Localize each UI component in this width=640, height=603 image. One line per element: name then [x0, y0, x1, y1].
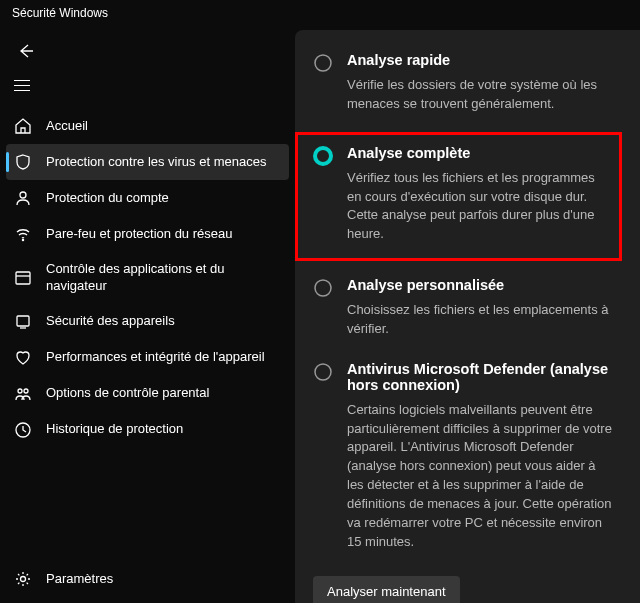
option-title: Analyse personnalisée: [347, 277, 612, 293]
window-title: Sécurité Windows: [0, 0, 640, 30]
svg-point-9: [315, 148, 331, 164]
radio-icon[interactable]: [313, 278, 333, 298]
scan-option-offline[interactable]: Antivirus Microsoft Defender (analyse ho…: [295, 357, 622, 570]
svg-point-1: [22, 239, 23, 240]
scan-option-quick[interactable]: Analyse rapide Vérifie les dossiers de v…: [295, 48, 622, 132]
svg-point-4: [18, 389, 22, 393]
app-body: Accueil Protection contre les virus et m…: [0, 30, 640, 603]
option-desc: Choisissez les fichiers et les emplaceme…: [347, 301, 612, 339]
option-title: Analyse rapide: [347, 52, 612, 68]
home-icon: [14, 117, 32, 135]
shield-icon: [14, 153, 32, 171]
sidebar-item-family[interactable]: Options de contrôle parental: [6, 376, 289, 412]
sidebar-item-account-protection[interactable]: Protection du compte: [6, 180, 289, 216]
nav-list: Accueil Protection contre les virus et m…: [0, 108, 295, 557]
family-icon: [14, 385, 32, 403]
sidebar-item-virus-protection[interactable]: Protection contre les virus et menaces: [6, 144, 289, 180]
scan-option-full[interactable]: Analyse complète Vérifiez tous les fichi…: [295, 132, 622, 261]
svg-point-11: [315, 364, 331, 380]
svg-point-10: [315, 280, 331, 296]
radio-icon[interactable]: [313, 362, 333, 382]
person-icon: [14, 189, 32, 207]
option-title: Antivirus Microsoft Defender (analyse ho…: [347, 361, 612, 393]
heart-icon: [14, 349, 32, 367]
option-desc: Certains logiciels malveillants peuvent …: [347, 401, 612, 552]
option-desc: Vérifiez tous les fichiers et les progra…: [347, 169, 609, 244]
svg-rect-2: [16, 272, 30, 284]
radio-selected-icon[interactable]: [313, 146, 333, 166]
menu-button[interactable]: [14, 73, 38, 97]
sidebar-item-performance[interactable]: Performances et intégrité de l'appareil: [6, 340, 289, 376]
sidebar-item-label: Pare-feu et protection du réseau: [46, 226, 279, 243]
radio-icon[interactable]: [313, 53, 333, 73]
option-desc: Vérifie les dossiers de votre système où…: [347, 76, 612, 114]
svg-point-5: [24, 389, 28, 393]
sidebar-item-label: Options de contrôle parental: [46, 385, 279, 402]
sidebar-item-label: Protection du compte: [46, 190, 279, 207]
svg-point-7: [21, 577, 26, 582]
gear-icon: [14, 570, 32, 588]
scan-option-custom[interactable]: Analyse personnalisée Choisissez les fic…: [295, 273, 622, 357]
sidebar-item-label: Protection contre les virus et menaces: [46, 154, 279, 171]
sidebar-item-label: Accueil: [46, 118, 279, 135]
sidebar-item-label: Historique de protection: [46, 421, 279, 438]
sidebar-item-label: Paramètres: [46, 571, 279, 588]
sidebar-item-settings[interactable]: Paramètres: [6, 561, 289, 597]
sidebar-item-firewall[interactable]: Pare-feu et protection du réseau: [6, 216, 289, 252]
history-icon: [14, 421, 32, 439]
back-arrow-icon: [18, 43, 34, 59]
sidebar-item-label: Contrôle des applications et du navigate…: [46, 261, 279, 295]
sidebar-item-app-control[interactable]: Contrôle des applications et du navigate…: [6, 252, 289, 304]
wifi-icon: [14, 225, 32, 243]
svg-point-0: [20, 192, 26, 198]
sidebar-item-label: Performances et intégrité de l'appareil: [46, 349, 279, 366]
option-title: Analyse complète: [347, 145, 609, 161]
window-icon: [14, 269, 32, 287]
sidebar-item-device-security[interactable]: Sécurité des appareils: [6, 304, 289, 340]
sidebar-item-history[interactable]: Historique de protection: [6, 412, 289, 448]
main-content: Analyse rapide Vérifie les dossiers de v…: [295, 30, 640, 603]
scan-now-button[interactable]: Analyser maintenant: [313, 576, 460, 604]
back-button[interactable]: [14, 39, 38, 63]
device-icon: [14, 313, 32, 331]
sidebar-item-home[interactable]: Accueil: [6, 108, 289, 144]
sidebar: Accueil Protection contre les virus et m…: [0, 30, 295, 603]
svg-rect-3: [17, 316, 29, 326]
sidebar-item-label: Sécurité des appareils: [46, 313, 279, 330]
svg-point-8: [315, 55, 331, 71]
